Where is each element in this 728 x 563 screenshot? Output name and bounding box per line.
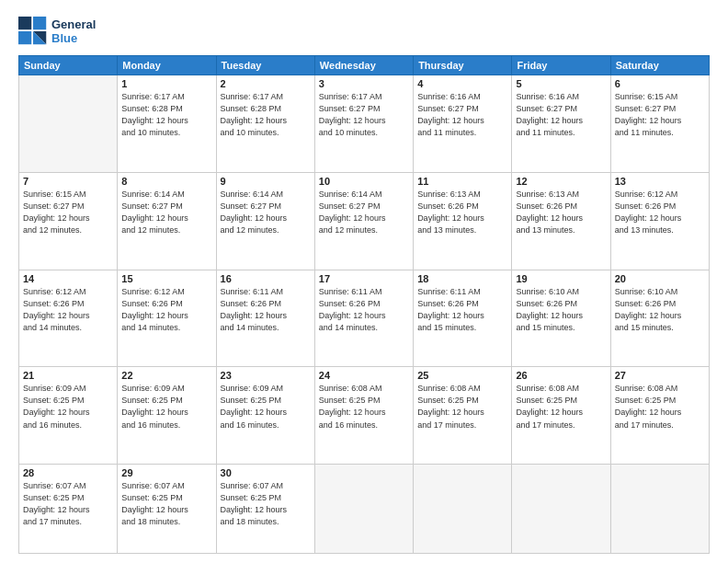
- day-number: 7: [23, 176, 113, 187]
- day-info: Sunrise: 6:12 AM Sunset: 6:26 PM Dayligh…: [23, 286, 113, 334]
- day-info: Sunrise: 6:13 AM Sunset: 6:26 PM Dayligh…: [516, 189, 606, 236]
- day-number: 25: [417, 370, 507, 381]
- day-info: Sunrise: 6:16 AM Sunset: 6:27 PM Dayligh…: [516, 91, 606, 139]
- calendar-cell: 28Sunrise: 6:07 AM Sunset: 6:25 PM Dayli…: [19, 465, 118, 554]
- week-row-1: 1Sunrise: 6:17 AM Sunset: 6:28 PM Daylig…: [19, 75, 710, 173]
- calendar-cell: 16Sunrise: 6:11 AM Sunset: 6:26 PM Dayli…: [216, 270, 314, 367]
- day-number: 1: [121, 78, 211, 89]
- day-number: 17: [319, 273, 409, 284]
- header: General Blue: [18, 17, 710, 46]
- weekday-header-monday: Monday: [118, 56, 216, 75]
- calendar-cell: 23Sunrise: 6:09 AM Sunset: 6:25 PM Dayli…: [216, 367, 314, 465]
- calendar-cell: 27Sunrise: 6:08 AM Sunset: 6:25 PM Dayli…: [610, 367, 709, 465]
- day-info: Sunrise: 6:09 AM Sunset: 6:25 PM Dayligh…: [221, 383, 311, 431]
- day-number: 8: [121, 176, 211, 187]
- svg-rect-1: [33, 17, 46, 29]
- day-info: Sunrise: 6:15 AM Sunset: 6:27 PM Dayligh…: [23, 189, 113, 236]
- day-number: 11: [417, 176, 507, 187]
- calendar-cell: 21Sunrise: 6:09 AM Sunset: 6:25 PM Dayli…: [19, 367, 118, 465]
- day-info: Sunrise: 6:11 AM Sunset: 6:26 PM Dayligh…: [319, 286, 409, 334]
- day-info: Sunrise: 6:09 AM Sunset: 6:25 PM Dayligh…: [23, 383, 113, 431]
- day-number: 22: [121, 370, 211, 381]
- day-info: Sunrise: 6:12 AM Sunset: 6:26 PM Dayligh…: [121, 286, 211, 334]
- calendar-cell: 9Sunrise: 6:14 AM Sunset: 6:27 PM Daylig…: [216, 172, 314, 270]
- day-info: Sunrise: 6:17 AM Sunset: 6:27 PM Dayligh…: [319, 91, 409, 139]
- calendar-table: SundayMondayTuesdayWednesdayThursdayFrid…: [18, 55, 710, 554]
- day-number: 2: [221, 78, 311, 89]
- day-number: 29: [121, 467, 211, 478]
- calendar-cell: [414, 465, 512, 554]
- day-number: 16: [221, 273, 311, 284]
- day-number: 9: [221, 176, 311, 187]
- weekday-header-saturday: Saturday: [610, 56, 709, 75]
- calendar-cell: 22Sunrise: 6:09 AM Sunset: 6:25 PM Dayli…: [118, 367, 216, 465]
- calendar-cell: 6Sunrise: 6:15 AM Sunset: 6:27 PM Daylig…: [610, 75, 709, 173]
- calendar-cell: 24Sunrise: 6:08 AM Sunset: 6:25 PM Dayli…: [314, 367, 413, 465]
- day-info: Sunrise: 6:11 AM Sunset: 6:26 PM Dayligh…: [417, 286, 507, 334]
- calendar-cell: 26Sunrise: 6:08 AM Sunset: 6:25 PM Dayli…: [512, 367, 610, 465]
- week-row-2: 7Sunrise: 6:15 AM Sunset: 6:27 PM Daylig…: [19, 172, 710, 270]
- day-info: Sunrise: 6:07 AM Sunset: 6:25 PM Dayligh…: [121, 480, 211, 528]
- day-number: 14: [23, 273, 113, 284]
- calendar-cell: 10Sunrise: 6:14 AM Sunset: 6:27 PM Dayli…: [314, 172, 413, 270]
- weekday-header-sunday: Sunday: [19, 56, 118, 75]
- day-info: Sunrise: 6:14 AM Sunset: 6:27 PM Dayligh…: [121, 189, 211, 236]
- day-info: Sunrise: 6:07 AM Sunset: 6:25 PM Dayligh…: [221, 480, 311, 528]
- day-info: Sunrise: 6:08 AM Sunset: 6:25 PM Dayligh…: [319, 383, 409, 431]
- day-info: Sunrise: 6:10 AM Sunset: 6:26 PM Dayligh…: [615, 286, 705, 334]
- weekday-header-friday: Friday: [512, 56, 610, 75]
- day-number: 5: [516, 78, 606, 89]
- day-info: Sunrise: 6:08 AM Sunset: 6:25 PM Dayligh…: [417, 383, 507, 431]
- day-number: 15: [121, 273, 211, 284]
- week-row-5: 28Sunrise: 6:07 AM Sunset: 6:25 PM Dayli…: [19, 465, 710, 554]
- day-info: Sunrise: 6:17 AM Sunset: 6:28 PM Dayligh…: [121, 91, 211, 139]
- calendar-cell: 14Sunrise: 6:12 AM Sunset: 6:26 PM Dayli…: [19, 270, 118, 367]
- day-number: 24: [319, 370, 409, 381]
- calendar-cell: 15Sunrise: 6:12 AM Sunset: 6:26 PM Dayli…: [118, 270, 216, 367]
- day-info: Sunrise: 6:08 AM Sunset: 6:25 PM Dayligh…: [615, 383, 705, 431]
- logo-text: General Blue: [51, 17, 96, 45]
- day-number: 27: [615, 370, 705, 381]
- calendar-cell: 13Sunrise: 6:12 AM Sunset: 6:26 PM Dayli…: [610, 172, 709, 270]
- weekday-header-row: SundayMondayTuesdayWednesdayThursdayFrid…: [19, 56, 710, 75]
- day-info: Sunrise: 6:12 AM Sunset: 6:26 PM Dayligh…: [615, 189, 705, 236]
- weekday-header-thursday: Thursday: [414, 56, 512, 75]
- day-number: 4: [417, 78, 507, 89]
- day-info: Sunrise: 6:16 AM Sunset: 6:27 PM Dayligh…: [417, 91, 507, 139]
- day-number: 12: [516, 176, 606, 187]
- logo-icon: [18, 17, 48, 46]
- day-number: 13: [615, 176, 705, 187]
- day-number: 30: [221, 467, 311, 478]
- day-number: 19: [516, 273, 606, 284]
- day-number: 3: [319, 78, 409, 89]
- day-info: Sunrise: 6:09 AM Sunset: 6:25 PM Dayligh…: [121, 383, 211, 431]
- day-info: Sunrise: 6:10 AM Sunset: 6:26 PM Dayligh…: [516, 286, 606, 334]
- week-row-3: 14Sunrise: 6:12 AM Sunset: 6:26 PM Dayli…: [19, 270, 710, 367]
- calendar-cell: 30Sunrise: 6:07 AM Sunset: 6:25 PM Dayli…: [216, 465, 314, 554]
- day-info: Sunrise: 6:11 AM Sunset: 6:26 PM Dayligh…: [221, 286, 311, 334]
- day-number: 28: [23, 467, 113, 478]
- calendar-cell: 20Sunrise: 6:10 AM Sunset: 6:26 PM Dayli…: [610, 270, 709, 367]
- calendar-cell: 7Sunrise: 6:15 AM Sunset: 6:27 PM Daylig…: [19, 172, 118, 270]
- calendar-cell: 18Sunrise: 6:11 AM Sunset: 6:26 PM Dayli…: [414, 270, 512, 367]
- day-number: 23: [221, 370, 311, 381]
- day-number: 26: [516, 370, 606, 381]
- weekday-header-tuesday: Tuesday: [216, 56, 314, 75]
- day-info: Sunrise: 6:13 AM Sunset: 6:26 PM Dayligh…: [417, 189, 507, 236]
- svg-rect-2: [18, 31, 31, 44]
- calendar-cell: 17Sunrise: 6:11 AM Sunset: 6:26 PM Dayli…: [314, 270, 413, 367]
- page: General Blue SundayMondayTuesdayWednesda…: [0, 0, 728, 563]
- calendar-cell: 25Sunrise: 6:08 AM Sunset: 6:25 PM Dayli…: [414, 367, 512, 465]
- calendar-cell: 12Sunrise: 6:13 AM Sunset: 6:26 PM Dayli…: [512, 172, 610, 270]
- calendar-cell: 3Sunrise: 6:17 AM Sunset: 6:27 PM Daylig…: [314, 75, 413, 173]
- day-info: Sunrise: 6:14 AM Sunset: 6:27 PM Dayligh…: [221, 189, 311, 236]
- calendar-cell: 19Sunrise: 6:10 AM Sunset: 6:26 PM Dayli…: [512, 270, 610, 367]
- calendar-cell: [610, 465, 709, 554]
- calendar-cell: 11Sunrise: 6:13 AM Sunset: 6:26 PM Dayli…: [414, 172, 512, 270]
- day-number: 18: [417, 273, 507, 284]
- calendar-cell: 4Sunrise: 6:16 AM Sunset: 6:27 PM Daylig…: [414, 75, 512, 173]
- calendar-cell: 8Sunrise: 6:14 AM Sunset: 6:27 PM Daylig…: [118, 172, 216, 270]
- calendar-cell: 5Sunrise: 6:16 AM Sunset: 6:27 PM Daylig…: [512, 75, 610, 173]
- day-number: 6: [615, 78, 705, 89]
- day-info: Sunrise: 6:08 AM Sunset: 6:25 PM Dayligh…: [516, 383, 606, 431]
